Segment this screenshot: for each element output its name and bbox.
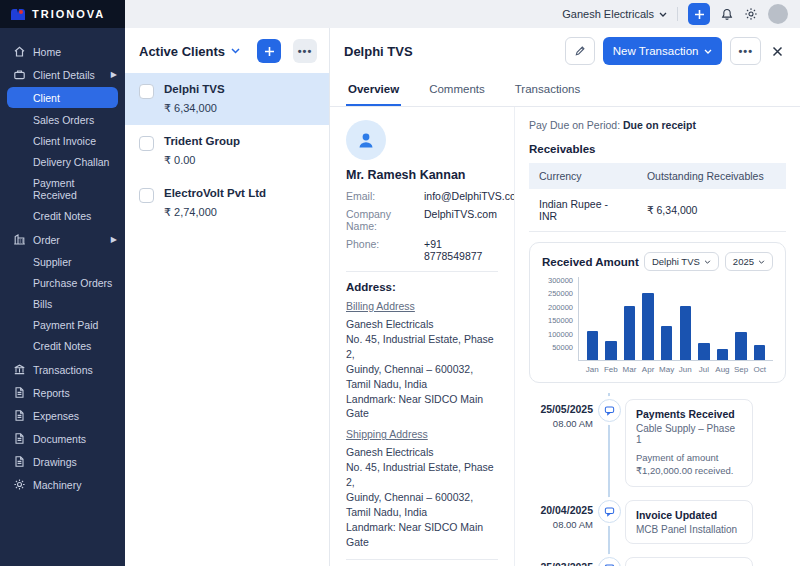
sidebar-item-client[interactable]: Client xyxy=(7,87,118,108)
chevron-right-icon: ▶ xyxy=(111,70,117,79)
sidebar-item-bills[interactable]: Bills xyxy=(0,293,125,314)
sidebar-item-reports[interactable]: Reports xyxy=(0,381,125,404)
sidebar-item-machinery[interactable]: Machinery xyxy=(0,473,125,496)
client-amount: ₹ 6,34,000 xyxy=(164,102,225,115)
chart-y-axis: 50000100000150000200000250000300000 xyxy=(542,277,578,361)
timeline-card[interactable]: Invoice Updated MCB Panel Installation xyxy=(625,500,753,544)
y-tick-label: 300000 xyxy=(548,275,573,284)
field-label: Phone: xyxy=(346,238,424,262)
app-body: Home Client Details ▶ Client Sales Order… xyxy=(0,28,800,566)
chevron-right-icon: ▶ xyxy=(111,235,117,244)
divider xyxy=(346,559,498,560)
divider xyxy=(346,271,498,272)
client-info-column: Mr. Ramesh Kannan Email: info@DelphiTVS.… xyxy=(330,107,515,566)
address-line: Tamil Nadu, India xyxy=(346,377,498,392)
x-tick-label: Mar xyxy=(620,361,639,374)
address-line: Guindy, Chennai – 600032, xyxy=(346,490,498,505)
detail-tabs: Overview Comments Transactions xyxy=(330,74,800,107)
sidebar-item-drawings[interactable]: Drawings xyxy=(0,450,125,473)
gear-icon xyxy=(13,478,26,491)
pay-due-value: Due on receipt xyxy=(623,119,696,131)
global-add-button[interactable] xyxy=(688,3,710,25)
organization-selector[interactable]: Ganesh Electricals xyxy=(562,8,667,20)
sidebar-item-expenses[interactable]: Expenses xyxy=(0,404,125,427)
tab-overview[interactable]: Overview xyxy=(346,74,401,106)
client-name: ElectroVolt Pvt Ltd xyxy=(164,187,266,199)
sidebar-item-documents[interactable]: Documents xyxy=(0,427,125,450)
client-row-delphi-tvs[interactable]: Delphi TVS ₹ 6,34,000 xyxy=(125,73,329,125)
sidebar-item-credit-notes[interactable]: Credit Notes xyxy=(0,205,125,226)
timeline-entry: 25/05/2025 08.00 AM Payments Received C xyxy=(529,399,786,487)
x-tick-label: Jul xyxy=(695,361,714,374)
sidebar-item-supplier[interactable]: Supplier xyxy=(0,251,125,272)
edit-button[interactable] xyxy=(565,37,595,65)
sidebar-item-client-invoice[interactable]: Client Invoice xyxy=(0,130,125,151)
client-checkbox[interactable] xyxy=(139,84,154,99)
sidebar-item-payment-paid[interactable]: Payment Paid xyxy=(0,314,125,335)
field-label: Email: xyxy=(346,190,424,202)
sidebar-label: Order xyxy=(33,234,60,246)
chart-client-filter-label: Delphi TVS xyxy=(652,256,700,267)
sidebar-label: Client Details xyxy=(33,69,95,81)
sidebar-item-purchase-orders[interactable]: Purchase Orders xyxy=(0,272,125,293)
field-phone: Phone: +91 8778549877 xyxy=(346,238,498,262)
client-list-more-button[interactable]: ••• xyxy=(293,39,317,63)
tab-comments[interactable]: Comments xyxy=(427,74,487,106)
chevron-down-icon xyxy=(704,260,711,264)
detail-header: Delphi TVS New Transaction ••• xyxy=(330,28,800,74)
pay-due-line: Pay Due on Period: Due on receipt xyxy=(529,119,786,131)
sidebar-item-sales-orders[interactable]: Sales Orders xyxy=(0,109,125,130)
bar-jun xyxy=(676,277,695,360)
bar-mar xyxy=(620,277,639,360)
sidebar-item-order[interactable]: Order ▶ xyxy=(0,228,125,251)
document-icon xyxy=(13,432,26,445)
x-tick-label: May xyxy=(657,361,676,374)
address-line: Guindy, Chennai – 600032, xyxy=(346,362,498,377)
x-tick-label: Feb xyxy=(602,361,621,374)
app-window: TRIONOVA Ganesh Electricals xyxy=(0,0,800,566)
tab-transactions[interactable]: Transactions xyxy=(513,74,582,106)
address-line: Ganesh Electricals xyxy=(346,317,498,332)
sidebar-item-credit-notes-order[interactable]: Credit Notes xyxy=(0,335,125,356)
organization-name: Ganesh Electricals xyxy=(562,8,654,20)
brand-logo-icon xyxy=(10,8,26,21)
sidebar-item-client-details[interactable]: Client Details ▶ xyxy=(0,63,125,86)
chart-year-filter-dropdown[interactable]: 2025 xyxy=(725,252,773,271)
topbar: TRIONOVA Ganesh Electricals xyxy=(0,0,800,28)
sidebar-item-transactions[interactable]: Transactions xyxy=(0,358,125,381)
client-checkbox[interactable] xyxy=(139,188,154,203)
notifications-bell-icon[interactable] xyxy=(720,7,734,22)
timeline-card[interactable]: Invoice Updated LED Lights – Phase 2 Pay… xyxy=(625,557,753,566)
column-header-outstanding: Outstanding Receivables xyxy=(637,163,786,189)
user-avatar[interactable] xyxy=(768,4,788,24)
receivables-table: Currency Outstanding Receivables Indian … xyxy=(529,163,786,232)
close-icon[interactable] xyxy=(769,45,786,58)
client-row-electrovolt[interactable]: ElectroVolt Pvt Ltd ₹ 2,74,000 xyxy=(125,177,329,229)
billing-address-label: Billing Address xyxy=(346,300,498,312)
new-transaction-button[interactable]: New Transaction xyxy=(603,37,723,65)
summary-column: Pay Due on Period: Due on receipt Receiv… xyxy=(515,107,800,566)
settings-gear-icon[interactable] xyxy=(744,7,758,21)
timeline-card[interactable]: Payments Received Cable Supply – Phase 1… xyxy=(625,399,753,487)
column-header-currency: Currency xyxy=(529,163,637,189)
sidebar-item-payment-received[interactable]: Payment Received xyxy=(0,172,125,205)
shipping-address-label: Shipping Address xyxy=(346,428,498,440)
document-icon xyxy=(13,409,26,422)
client-name: Trident Group xyxy=(164,135,240,147)
client-checkbox[interactable] xyxy=(139,136,154,151)
comment-bubble-icon xyxy=(598,399,621,422)
document-icon xyxy=(13,455,26,468)
chart-client-filter-dropdown[interactable]: Delphi TVS xyxy=(644,252,719,271)
client-list-title[interactable]: Active Clients xyxy=(139,44,225,59)
sidebar-item-home[interactable]: Home xyxy=(0,40,125,63)
new-transaction-label: New Transaction xyxy=(613,45,699,57)
address-heading: Address: xyxy=(346,281,498,293)
add-client-button[interactable] xyxy=(257,39,281,63)
received-amount-chart-card: Received Amount Delphi TVS 2025 xyxy=(529,242,786,383)
more-actions-button[interactable]: ••• xyxy=(730,37,761,65)
amount-cell: ₹ 6,34,000 xyxy=(637,189,786,232)
client-row-trident-group[interactable]: Trident Group ₹ 0.00 xyxy=(125,125,329,177)
sidebar-item-delivery-challan[interactable]: Delivery Challan xyxy=(0,151,125,172)
chevron-down-icon[interactable] xyxy=(231,48,240,54)
timeline-date: 25/03/2025 xyxy=(529,561,593,566)
